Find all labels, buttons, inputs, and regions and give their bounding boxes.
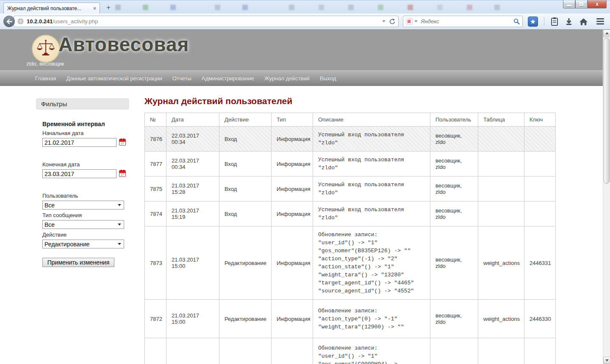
scroll-down-button[interactable]	[603, 357, 610, 364]
message-type-select[interactable]: Все	[42, 220, 124, 229]
search-icon[interactable]	[513, 18, 520, 25]
bookmark-star-icon[interactable]	[528, 17, 538, 27]
back-arrow-icon	[6, 19, 12, 24]
url-bar[interactable]: 10.2.0.241/users_activity.php	[14, 16, 399, 27]
toolbar-separator	[544, 17, 544, 26]
yandex-engine-icon[interactable]: Я	[406, 18, 413, 25]
table-row[interactable]: 7875 21.03.2017 15:28 Вход Информация Ус…	[145, 176, 556, 201]
page-title: Журнал действий пользователей	[144, 96, 555, 106]
url-dropdown-icon[interactable]	[382, 20, 385, 22]
chevron-down-icon	[118, 243, 121, 245]
url-host: 10.2.0.241	[27, 18, 53, 25]
start-date-input[interactable]	[42, 138, 116, 147]
calendar-icon[interactable]: 17	[119, 139, 126, 146]
back-button[interactable]	[3, 16, 15, 27]
time-interval-heading: Временной интервал	[42, 121, 129, 127]
col-header-date: Дата	[166, 113, 219, 127]
chevron-down-icon	[118, 204, 121, 206]
search-bar[interactable]: Я Яндекс	[403, 16, 523, 27]
main-navigation: Главная Данные автоматической регистраци…	[0, 70, 603, 86]
table-header-row: № Дата Действие Тип Описание Пользовател…	[145, 113, 556, 127]
nav-item-home[interactable]: Главная	[35, 75, 56, 82]
table-row[interactable]: Обновление записи: "user_id"() -> "1" "g…	[145, 338, 556, 364]
user-filter-label: Пользователь	[42, 193, 129, 199]
site-header: Автовесовая zldo, весовщик	[0, 30, 603, 70]
downloads-icon[interactable]	[565, 17, 573, 26]
tab-close-icon[interactable]: ×	[93, 6, 96, 11]
table-row[interactable]: 7872 21.03.2017 15:00 Редактирование Инф…	[145, 300, 556, 338]
taskbar-ghost-icons	[111, 4, 513, 11]
nav-item-auto-registration-data[interactable]: Данные автоматической регистрации	[66, 75, 162, 82]
page: Автовесовая zldo, весовщик Главная Данны…	[0, 30, 610, 364]
engine-dropdown-icon[interactable]	[414, 20, 418, 22]
chevron-down-icon	[118, 223, 121, 226]
bookmarks-clipboard-icon[interactable]	[550, 17, 559, 26]
nav-item-action-log[interactable]: Журнал действий	[264, 75, 310, 82]
col-header-type: Тип	[272, 113, 313, 127]
col-header-user: Пользователь	[430, 113, 478, 127]
scrollbar-thumb[interactable]	[604, 38, 610, 184]
browser-tab[interactable]: Журнал действий пользовате... ×	[3, 3, 100, 14]
window-controls: x	[563, 0, 607, 8]
table-row[interactable]: 7873 21.03.2017 15:00 Редактирование Инф…	[145, 226, 556, 300]
reload-icon[interactable]	[389, 18, 396, 25]
nav-item-reports[interactable]: Отчеты	[172, 75, 191, 82]
end-date-input[interactable]	[42, 169, 116, 178]
col-header-key: Ключ	[524, 113, 556, 127]
filters-panel: Фильтры Временной интервал Начальная дат…	[36, 98, 129, 267]
minimize-button[interactable]	[563, 0, 575, 8]
nav-item-logout[interactable]: Выход	[320, 75, 336, 82]
activity-log-table: № Дата Действие Тип Описание Пользовател…	[144, 113, 556, 364]
globe-icon	[17, 18, 24, 25]
scroll-up-button[interactable]	[603, 30, 610, 37]
end-date-label: Конечная дата	[42, 161, 129, 168]
col-header-table: Таблица	[478, 113, 524, 127]
content: Фильтры Временной интервал Начальная дат…	[0, 86, 603, 364]
app-title: Автовесовая	[58, 33, 189, 56]
browser-toolbar: 10.2.0.241/users_activity.php Я Яндекс	[0, 14, 610, 30]
home-icon[interactable]	[579, 17, 588, 26]
table-row[interactable]: 7876 22.03.2017 00:34 Вход Информация Ус…	[145, 127, 556, 152]
table-row[interactable]: 7877 22.03.2017 00:34 Вход Информация Ус…	[145, 152, 556, 176]
col-header-description: Описание	[313, 113, 430, 127]
nav-item-administration[interactable]: Администрирование	[202, 75, 254, 82]
logged-in-user: zldo, весовщик	[26, 61, 64, 67]
start-date-label: Начальная дата	[42, 130, 129, 136]
main-area: Журнал действий пользователей № Дата Дей…	[144, 96, 555, 364]
user-filter-select[interactable]: Все	[42, 201, 124, 210]
apply-changes-button[interactable]: Применить изменения	[42, 258, 114, 267]
url-path: /users_activity.php	[53, 18, 98, 25]
tab-title: Журнал действий пользовате...	[7, 6, 91, 11]
calendar-icon[interactable]: 17	[119, 170, 126, 177]
window-close-button[interactable]: x	[588, 0, 607, 8]
col-header-action: Действие	[219, 113, 272, 127]
col-header-num: №	[145, 113, 166, 127]
table-row[interactable]: 7874 21.03.2017 15:19 Вход Информация Ус…	[145, 201, 556, 226]
action-filter-select[interactable]: Редактирование	[42, 240, 124, 248]
restore-button[interactable]	[575, 0, 588, 8]
filters-title: Фильтры	[36, 98, 129, 110]
scales-logo-icon	[32, 35, 60, 63]
action-filter-label: Действие	[42, 232, 129, 238]
browser-titlebar: Журнал действий пользовате... × + x	[0, 0, 610, 14]
page-scrollbar[interactable]	[603, 30, 610, 364]
menu-icon[interactable]	[594, 17, 607, 26]
search-placeholder: Яндекс	[421, 18, 513, 25]
message-type-label: Тип сообщения	[42, 212, 129, 218]
